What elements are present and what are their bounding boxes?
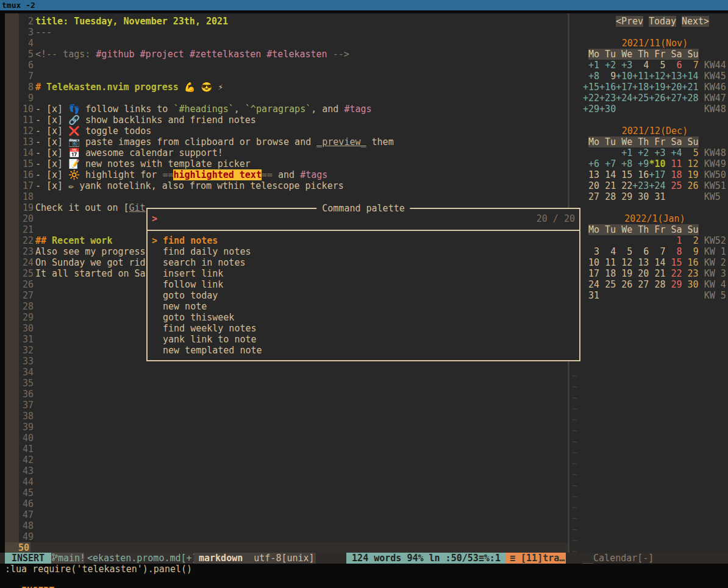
calendar-day[interactable]: 21 [649, 268, 665, 279]
buffer-line[interactable]: 42 [5, 455, 568, 466]
buffer-line[interactable]: 41 [5, 444, 568, 455]
calendar-day[interactable]: 11 [665, 158, 682, 169]
palette-item-goto-thisweek[interactable]: goto thisweek [163, 312, 234, 323]
buffer-line[interactable]: 37 [5, 400, 568, 411]
calendar-day[interactable]: 2 [682, 235, 699, 246]
calendar-day[interactable]: +17 [616, 82, 632, 93]
calendar-day[interactable]: 15 [665, 257, 682, 268]
buffer-line[interactable]: 34 [5, 367, 568, 378]
calendar-day[interactable]: +14 [682, 71, 699, 82]
calendar-day[interactable]: 19 [682, 169, 699, 180]
calendar-day[interactable]: 29 [616, 191, 632, 202]
calendar-day[interactable]: 11 [599, 257, 616, 268]
calendar-day[interactable]: 18 [665, 169, 682, 180]
calendar-day[interactable]: 10 [583, 257, 599, 268]
calendar-day[interactable]: 24 [583, 279, 599, 290]
calendar-day[interactable]: 27 [583, 191, 599, 202]
calendar-day[interactable]: 20 [583, 180, 599, 191]
palette-item-new-note[interactable]: new note [163, 301, 207, 312]
calendar-day[interactable]: 4 [632, 60, 649, 71]
calendar-day[interactable]: 18 [599, 268, 616, 279]
calendar-day[interactable]: +8 [583, 71, 599, 82]
calendar-day[interactable]: +24 [616, 93, 632, 104]
buffer-line[interactable]: 47 [5, 509, 568, 520]
buffer-line[interactable]: 13- [x] 📷 paste images from clipboard or… [5, 136, 568, 147]
buffer-line[interactable]: 40 [5, 433, 568, 444]
calendar-day[interactable]: +8 [616, 158, 632, 169]
calendar-day[interactable]: 13 [632, 257, 649, 268]
calendar-day[interactable]: +23 [632, 180, 649, 191]
calendar-day[interactable]: +22 [583, 93, 599, 104]
palette-item-find-daily-notes[interactable]: find daily notes [163, 246, 251, 257]
buffer-line[interactable]: 6 [5, 60, 568, 71]
calendar-day[interactable]: +7 [599, 158, 616, 169]
calendar-day[interactable]: 4 [599, 246, 616, 257]
calendar-day[interactable]: 25 [665, 180, 682, 191]
calendar-day[interactable]: +1 [583, 60, 599, 71]
calendar-day[interactable]: 21 [599, 180, 616, 191]
calendar-day[interactable]: 14 [599, 169, 616, 180]
calendar-day[interactable]: 14 [649, 257, 665, 268]
buffer-line[interactable]: 46 [5, 498, 568, 509]
calendar-day[interactable]: 13 [583, 169, 599, 180]
buffer-line[interactable]: 4 [5, 38, 568, 49]
buffer-line[interactable]: 16- [x] 🔆 highlight for ==highlighted te… [5, 169, 568, 180]
buffer-line[interactable]: 15- [x] 📝 new notes with template picker [5, 158, 568, 169]
calendar-day[interactable]: +27 [665, 93, 682, 104]
calendar-day[interactable]: +20 [665, 82, 682, 93]
calendar-day[interactable]: 31 [649, 191, 665, 202]
calendar-day[interactable]: +6 [583, 158, 599, 169]
buffer-line[interactable]: 18 [5, 191, 568, 202]
calendar-day[interactable]: 19 [616, 268, 632, 279]
calendar-day[interactable]: 30 [632, 191, 649, 202]
buffer-line[interactable]: 12- [x] ❌ toggle todos [5, 126, 568, 136]
calendar-day[interactable]: 17 [583, 268, 599, 279]
calendar-day[interactable]: 12 [682, 158, 699, 169]
calendar-day[interactable]: +28 [682, 93, 699, 104]
calendar-day[interactable]: +11 [632, 71, 649, 82]
palette-item-follow-link[interactable]: follow link [163, 279, 223, 290]
calendar-day[interactable]: 20 [632, 268, 649, 279]
buffer-line[interactable]: 7 [5, 71, 568, 82]
calendar-day[interactable]: +2 [599, 60, 616, 71]
calendar-day[interactable]: +18 [632, 82, 649, 93]
calendar-day[interactable]: +23 [599, 93, 616, 104]
calendar-day[interactable]: 5 [682, 147, 699, 158]
buffer-line[interactable]: 2title: Tuesday, November 23th, 2021 [5, 16, 568, 27]
calendar-day[interactable]: 31 [583, 290, 599, 301]
calendar-nav-prev[interactable]: <Prev [616, 16, 643, 27]
calendar-day[interactable]: +15 [583, 82, 599, 93]
calendar-day[interactable]: 8 [665, 246, 682, 257]
buffer-tab-segment[interactable]: ≡ [11]tra… [506, 553, 566, 564]
calendar-day[interactable]: 7 [649, 246, 665, 257]
calendar-day[interactable]: 16 [632, 169, 649, 180]
buffer-line[interactable]: 14- [x] 📅 awesome calendar support! [5, 147, 568, 158]
calendar-day[interactable]: +26 [649, 93, 665, 104]
calendar-day[interactable]: +17 [649, 169, 665, 180]
palette-item-find-notes[interactable]: find notes [163, 235, 218, 246]
calendar-day[interactable]: 6 [665, 60, 682, 71]
palette-item-search-in-notes[interactable]: search in notes [163, 257, 245, 268]
calendar-day[interactable]: +29 [583, 104, 599, 115]
calendar-day[interactable]: 22 [616, 180, 632, 191]
buffer-line[interactable]: 50 [5, 542, 568, 553]
calendar-day[interactable]: 5 [616, 246, 632, 257]
calendar-day[interactable]: 25 [599, 279, 616, 290]
calendar-day[interactable]: +13 [665, 71, 682, 82]
calendar-day[interactable]: +25 [632, 93, 649, 104]
calendar-day[interactable]: +21 [682, 82, 699, 93]
buffer-line[interactable]: 45 [5, 487, 568, 498]
buffer-line[interactable]: 36 [5, 389, 568, 400]
calendar-day[interactable]: 30 [682, 279, 699, 290]
palette-item-new-templated-note[interactable]: new templated note [163, 345, 262, 356]
calendar-day[interactable]: +10 [616, 71, 632, 82]
buffer-line[interactable]: 44 [5, 476, 568, 487]
buffer-line[interactable]: 38 [5, 411, 568, 422]
calendar-day[interactable]: +24 [649, 180, 665, 191]
palette-item-yank-link-to-note[interactable]: yank link to note [163, 334, 257, 345]
calendar-day[interactable]: +19 [649, 82, 665, 93]
calendar-window[interactable]: <PrevTodayNext>2021/11(Nov)Mo Tu We Th F… [569, 13, 728, 553]
calendar-day[interactable]: +2 [632, 147, 649, 158]
palette-item-goto-today[interactable]: goto today [163, 290, 218, 301]
buffer-line[interactable]: 11- [x] 🔗 show backlinks and friend note… [5, 115, 568, 126]
